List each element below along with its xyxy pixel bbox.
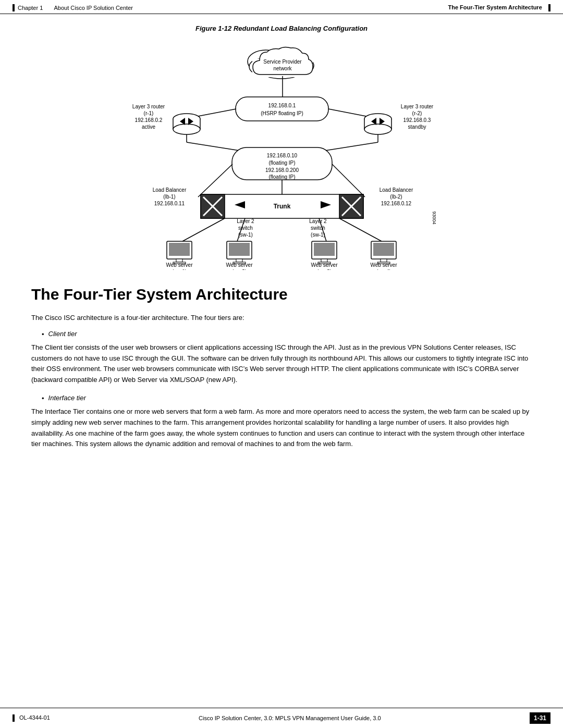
svg-text:(floating IP): (floating IP) bbox=[268, 174, 295, 180]
svg-line-38 bbox=[198, 164, 232, 197]
svg-text:(floating IP): (floating IP) bbox=[268, 160, 295, 166]
bullet1-label: Client tier bbox=[48, 330, 77, 338]
svg-text:(ws-4): (ws-4) bbox=[376, 269, 391, 270]
svg-text:(ws-1): (ws-1) bbox=[172, 269, 187, 270]
bullet-dot-2: • bbox=[42, 394, 44, 402]
cloud-group: Service Provider network bbox=[248, 47, 314, 79]
bullet-dot-1: • bbox=[42, 330, 44, 338]
hsrp-to-left-router-line bbox=[198, 109, 236, 116]
svg-text:Layer 2: Layer 2 bbox=[237, 218, 254, 224]
svg-line-63 bbox=[339, 218, 382, 241]
svg-text:192.168.0.12: 192.168.0.12 bbox=[381, 201, 412, 206]
svg-text:Web server: Web server bbox=[311, 262, 338, 268]
svg-rect-77 bbox=[373, 243, 394, 256]
svg-text:Trunk: Trunk bbox=[274, 203, 291, 210]
bullet2-body: The Interface Tier contains one or more … bbox=[31, 406, 532, 450]
page-footer: OL-4344-01 Cisco IP Solution Center, 3.0… bbox=[0, 708, 563, 728]
svg-rect-69 bbox=[229, 243, 250, 256]
router-left-bottom bbox=[173, 124, 200, 134]
svg-text:192.168.0.1: 192.168.0.1 bbox=[268, 103, 296, 108]
header-bar-icon bbox=[13, 4, 15, 11]
main-heading: The Four-Tier System Architecture bbox=[31, 286, 532, 303]
svg-text:network: network bbox=[273, 66, 292, 71]
svg-text:Load Balancer: Load Balancer bbox=[380, 187, 413, 193]
ws4-icon bbox=[371, 241, 396, 264]
svg-text:(ws-2): (ws-2) bbox=[232, 269, 247, 270]
svg-text:(ws-3): (ws-3) bbox=[317, 269, 332, 270]
figure-id: 93004 bbox=[432, 212, 437, 225]
bullet-client-tier: • Client tier bbox=[42, 330, 532, 338]
svg-text:Load Balancer: Load Balancer bbox=[153, 187, 187, 193]
figure-title: Figure 1-12 Redundant Load Balancing Con… bbox=[31, 24, 532, 32]
svg-text:standby: standby bbox=[408, 124, 426, 130]
svg-text:192.168.0.200: 192.168.0.200 bbox=[265, 167, 299, 173]
svg-rect-65 bbox=[169, 243, 190, 256]
svg-text:Layer 3 router: Layer 3 router bbox=[401, 104, 434, 109]
content-area: Figure 1-12 Redundant Load Balancing Con… bbox=[0, 14, 563, 466]
header-right-bar bbox=[548, 4, 550, 11]
hsrp-box bbox=[236, 97, 328, 121]
svg-text:(lb-2): (lb-2) bbox=[390, 194, 402, 200]
ws2-icon bbox=[227, 241, 252, 264]
svg-rect-73 bbox=[314, 243, 335, 256]
svg-text:(lb-1): (lb-1) bbox=[163, 194, 175, 200]
svg-text:192.168.0.11: 192.168.0.11 bbox=[154, 201, 185, 206]
footer-ol: OL-4344-01 bbox=[19, 714, 50, 721]
ws1-icon bbox=[167, 241, 192, 264]
hsrp-to-right-router-line bbox=[328, 109, 366, 116]
svg-line-60 bbox=[182, 218, 225, 241]
svg-text:(sw-1): (sw-1) bbox=[311, 232, 325, 238]
intro-text: The Cisco ISC architecture is a four-tie… bbox=[31, 313, 532, 324]
svg-line-39 bbox=[332, 164, 365, 197]
svg-text:(r-1): (r-1) bbox=[144, 110, 154, 116]
svg-text:192.168.0.2: 192.168.0.2 bbox=[135, 117, 163, 123]
header-right: The Four-Tier System Architecture bbox=[448, 4, 550, 11]
svg-text:Web server: Web server bbox=[226, 262, 253, 268]
router-right-bottom bbox=[364, 124, 391, 134]
bullet-interface-tier: • Interface tier bbox=[42, 394, 532, 402]
svg-text:(HSRP floating IP): (HSRP floating IP) bbox=[261, 110, 303, 116]
diagram-svg: Service Provider network 192.168.0.1 (HS… bbox=[99, 41, 464, 270]
chapter-title: About Cisco IP Solution Center bbox=[54, 5, 132, 11]
svg-text:Web server: Web server bbox=[371, 262, 398, 268]
svg-text:(r-2): (r-2) bbox=[412, 110, 422, 116]
svg-text:active: active bbox=[142, 124, 156, 130]
footer-center: Cisco IP Solution Center, 3.0: MPLS VPN … bbox=[199, 715, 381, 721]
page-header: Chapter 1 About Cisco IP Solution Center… bbox=[0, 0, 563, 14]
svg-text:192.168.0.10: 192.168.0.10 bbox=[267, 153, 298, 158]
ws3-icon bbox=[312, 241, 337, 264]
footer-bar bbox=[13, 714, 15, 722]
header-left: Chapter 1 About Cisco IP Solution Center bbox=[13, 4, 133, 11]
footer-left: OL-4344-01 bbox=[13, 714, 50, 722]
svg-text:Web server: Web server bbox=[166, 262, 193, 268]
svg-text:192.168.0.3: 192.168.0.3 bbox=[403, 117, 431, 123]
svg-text:Layer 3 router: Layer 3 router bbox=[132, 104, 165, 109]
bullet1-body: The Client tier consists of the user web… bbox=[31, 342, 532, 386]
footer-page-number: 1-31 bbox=[530, 712, 550, 724]
svg-text:Layer 2: Layer 2 bbox=[309, 218, 327, 224]
figure-section: Figure 1-12 Redundant Load Balancing Con… bbox=[31, 24, 532, 270]
svg-text:switch: switch bbox=[238, 225, 253, 231]
bullet2-label: Interface tier bbox=[48, 394, 86, 402]
svg-text:Service Provider: Service Provider bbox=[263, 59, 302, 65]
section-title-header: The Four-Tier System Architecture bbox=[448, 4, 542, 10]
chapter-label: Chapter 1 bbox=[18, 5, 43, 11]
